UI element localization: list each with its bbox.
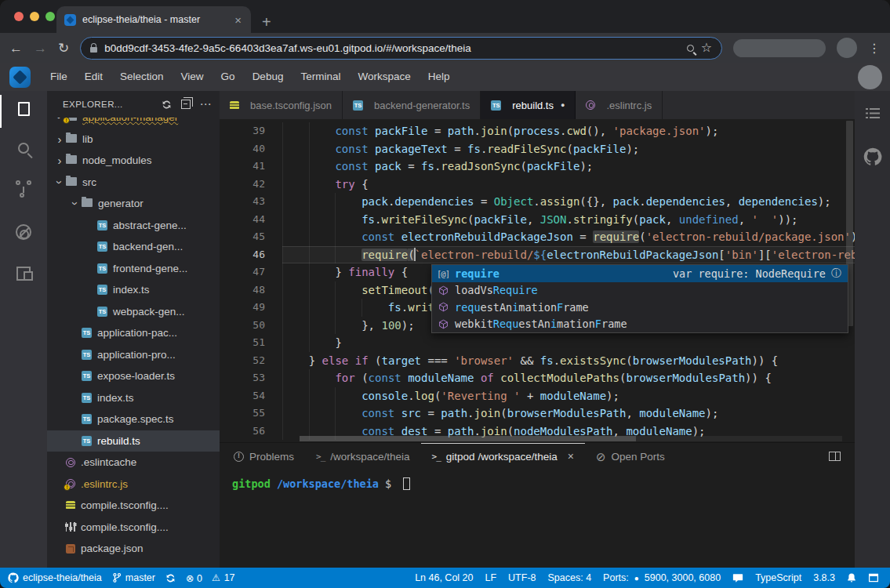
tree-item-src[interactable]: ›src <box>47 172 220 194</box>
line-number[interactable]: 53 <box>220 369 265 387</box>
github-icon[interactable] <box>863 147 882 169</box>
editor-tab-base-tsconfig-json[interactable]: base.tsconfig.json <box>220 91 343 119</box>
menu-item-view[interactable]: View <box>173 71 213 82</box>
line-number[interactable]: 46 <box>220 246 265 264</box>
code-line[interactable]: 52 } else if (target === 'browser' && fs… <box>220 352 855 370</box>
sidebar-item-search[interactable] <box>0 143 47 154</box>
line-number[interactable]: 39 <box>220 122 265 140</box>
back-icon[interactable]: ← <box>9 42 23 55</box>
tree-item-expose-loader-ts[interactable]: ›expose-loader.ts <box>47 365 220 387</box>
menu-item-debug[interactable]: Debug <box>244 71 292 82</box>
tree-item-application-manager[interactable]: ›!application-manager <box>47 118 220 129</box>
info-icon[interactable]: ⓘ <box>831 267 841 281</box>
code-line[interactable]: 45 const electronRebuildPackageJson = re… <box>220 228 855 246</box>
code-line[interactable]: 43 pack.dependencies = Object.assign({},… <box>220 193 855 211</box>
line-number[interactable]: 44 <box>220 211 265 229</box>
status-item-eclipse-theia-theia[interactable]: eclipse-theia/theia <box>8 572 102 583</box>
autocomplete-item[interactable]: requestAnimationFrame <box>432 299 848 316</box>
status-item-diagnostics[interactable] <box>165 573 176 583</box>
terminal[interactable]: gitpod /workspace/theia $ <box>220 470 855 568</box>
line-number[interactable]: 54 <box>220 387 265 405</box>
code-line[interactable]: 39 const packFile = path.join(process.cw… <box>220 122 855 140</box>
gitpod-logo-icon[interactable] <box>9 67 31 88</box>
outline-view-icon[interactable] <box>866 108 880 119</box>
panel-tab-problems[interactable]: Problems <box>223 443 305 470</box>
code-line[interactable]: 55 const src = path.join(browserModulesP… <box>220 405 855 423</box>
status-item-bell-button[interactable] <box>847 572 856 583</box>
editor-tab--eslintrc-js[interactable]: .eslintrc.js <box>576 91 663 119</box>
menu-item-terminal[interactable]: Terminal <box>292 71 349 82</box>
status-item-ln-46-col-20[interactable]: Ln 46, Col 20 <box>415 572 473 583</box>
tree-item-package-json[interactable]: ›package.json <box>47 538 220 560</box>
line-number[interactable]: 41 <box>220 158 265 176</box>
line-number[interactable]: 51 <box>220 334 265 352</box>
code-line[interactable]: 44 fs.writeFileSync(packFile, JSON.strin… <box>220 211 855 229</box>
split-terminal-icon[interactable] <box>829 452 841 461</box>
tree-item-frontend-gene-[interactable]: ›frontend-gene... <box>47 258 220 280</box>
code-line[interactable]: 41 const pack = fs.readJsonSync(packFile… <box>220 158 855 176</box>
bookmark-star-icon[interactable]: ☆ <box>701 42 712 54</box>
autocomplete-item[interactable]: loadVsRequire <box>432 282 848 299</box>
browser-menu-icon[interactable]: ⋮ <box>868 41 881 56</box>
code-line[interactable]: 51 } <box>220 334 855 352</box>
panel-tab--workspace-theia[interactable]: >_/workspace/theia <box>305 443 421 470</box>
new-tab-button[interactable]: + <box>262 14 271 30</box>
line-number[interactable]: 47 <box>220 263 265 281</box>
autocomplete-item[interactable]: webkitRequestAnimationFrame <box>432 316 848 333</box>
menu-item-selection[interactable]: Selection <box>111 71 173 82</box>
refresh-icon[interactable] <box>162 100 172 110</box>
url-bar[interactable]: b0dd9cdf-3453-4fe2-9a5c-66403d3ea7af.ws-… <box>80 37 722 60</box>
browser-profile-avatar[interactable] <box>837 38 857 58</box>
line-number[interactable]: 50 <box>220 317 265 335</box>
close-window-button[interactable] <box>14 12 24 21</box>
tab-close-icon[interactable]: × <box>233 14 243 26</box>
panel-tab-gitpod-workspace-theia[interactable]: >_gitpod /workspace/theia× <box>421 443 585 470</box>
status-item-5900-3000-6080[interactable]: Ports:●5900, 3000, 6080 <box>603 572 721 583</box>
line-number[interactable]: 49 <box>220 299 265 317</box>
status-item-lf[interactable]: LF <box>485 572 496 583</box>
sidebar-item-explorer[interactable] <box>0 102 47 116</box>
more-actions-icon[interactable]: ⋯ <box>200 100 212 108</box>
tree-item-index-ts[interactable]: ›index.ts <box>47 387 220 409</box>
editor-horizontal-scrollbar[interactable] <box>300 436 842 441</box>
forward-icon[interactable]: → <box>34 42 47 55</box>
editor-tab-backend-generator-ts[interactable]: backend-generator.ts <box>343 91 481 119</box>
status-item-diagnostics[interactable]: ⊗ 0⚠17 <box>186 572 235 584</box>
tree-item-compile-tsconfig-[interactable]: ›compile.tsconfig.... <box>47 495 220 517</box>
line-number[interactable]: 48 <box>220 281 265 299</box>
code-line[interactable]: 54 console.log('Reverting ' + moduleName… <box>220 387 855 405</box>
user-avatar[interactable] <box>858 65 882 89</box>
menu-item-file[interactable]: File <box>42 71 76 82</box>
status-item-typescript[interactable]: TypeScript <box>755 572 801 583</box>
zoom-window-button[interactable] <box>45 12 55 21</box>
status-item-utf-8[interactable]: UTF-8 <box>508 572 536 583</box>
tree-item-compile-tsconfig-[interactable]: ›compile.tsconfig.... <box>47 517 220 539</box>
tree-item-backend-gen-[interactable]: ›backend-gen... <box>47 236 220 258</box>
code-editor[interactable]: 39 const packFile = path.join(process.cw… <box>220 119 855 442</box>
line-number[interactable]: 56 <box>220 423 265 441</box>
menu-item-edit[interactable]: Edit <box>76 71 111 82</box>
sidebar-item-debug[interactable] <box>0 224 47 240</box>
sidebar-item-source-control[interactable] <box>0 180 47 198</box>
status-item-spaces-4[interactable]: Spaces: 4 <box>548 572 592 583</box>
browser-tab[interactable]: eclipse-theia/theia - master × <box>56 6 251 33</box>
sidebar-item-plugins[interactable] <box>0 267 47 281</box>
menu-item-help[interactable]: Help <box>420 71 459 82</box>
reload-icon[interactable]: ↻ <box>58 42 69 55</box>
status-item-master[interactable]: master <box>112 572 155 583</box>
collapse-all-icon[interactable] <box>181 100 191 109</box>
line-number[interactable]: 45 <box>220 228 265 246</box>
tree-item-index-ts[interactable]: ›index.ts <box>47 279 220 301</box>
tree-item-webpack-gen-[interactable]: ›webpack-gen... <box>47 301 220 323</box>
menu-item-workspace[interactable]: Workspace <box>349 71 419 82</box>
line-number[interactable]: 52 <box>220 352 265 370</box>
tree-item-application-pro-[interactable]: ›application-pro... <box>47 344 220 366</box>
code-line[interactable]: 46 require(`electron-rebuild/${electronR… <box>220 246 855 264</box>
menu-item-go[interactable]: Go <box>213 71 244 82</box>
status-item-window-button[interactable] <box>868 573 879 583</box>
minimize-window-button[interactable] <box>30 12 39 21</box>
code-line[interactable]: 40 const packageText = fs.readFileSync(p… <box>220 140 855 158</box>
tree-item-package-spec-ts[interactable]: ›package.spec.ts <box>47 408 220 430</box>
tree-item--eslintrc-js[interactable]: ›!.eslintrc.js <box>47 474 220 495</box>
line-number[interactable]: 55 <box>220 405 265 423</box>
